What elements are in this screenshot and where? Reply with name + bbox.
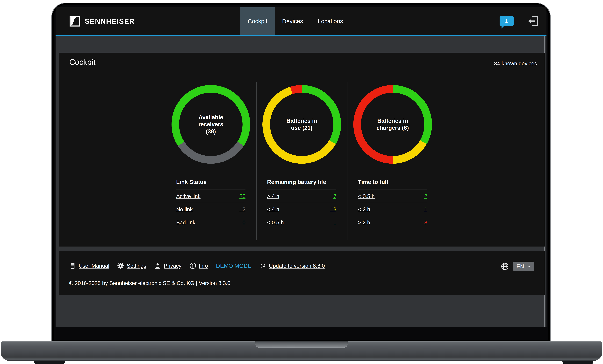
- link-status-table: Link Status Active link 26 No link 12 Ba…: [165, 179, 256, 229]
- stat-label[interactable]: < 0.5 h: [267, 220, 284, 226]
- person-icon: [154, 262, 161, 269]
- time-to-full-table: Time to full < 0.5 h 2 < 2 h 1 > 2 h: [347, 179, 438, 229]
- update-link[interactable]: Update to version 8.3.0: [260, 262, 325, 269]
- cockpit-panel: Cockpit 34 known devices Availablereceiv…: [59, 53, 545, 247]
- gear-icon: [117, 262, 124, 269]
- battery-life-table: Remaining battery life > 4 h 7 < 4 h 13 …: [256, 179, 347, 229]
- table-header: Remaining battery life: [267, 179, 336, 185]
- donut-center-label: Batteries inchargers (6): [353, 85, 432, 164]
- stat-label[interactable]: < 0.5 h: [358, 193, 375, 199]
- user-manual-label: User Manual: [79, 263, 109, 269]
- stat-value[interactable]: 13: [330, 206, 336, 212]
- stat-value[interactable]: 1: [334, 220, 336, 226]
- tab-cockpit[interactable]: Cockpit: [240, 7, 275, 35]
- table-row: < 0.5 h 2: [358, 189, 427, 203]
- donut-batteries-in-use: Batteries inuse (21): [262, 85, 341, 164]
- refresh-icon: [260, 262, 266, 269]
- stat-label[interactable]: > 4 h: [267, 193, 279, 199]
- table-row: > 4 h 7: [267, 189, 336, 203]
- page-body: Cockpit 34 known devices Availablereceiv…: [56, 36, 546, 327]
- logout-icon[interactable]: [527, 15, 539, 27]
- stat-value[interactable]: 12: [239, 206, 245, 212]
- stat-label[interactable]: > 2 h: [358, 220, 370, 226]
- globe-icon: [501, 263, 509, 270]
- stat-label[interactable]: < 4 h: [267, 206, 279, 212]
- sennheiser-logo-icon: [69, 15, 81, 27]
- stat-value[interactable]: 0: [243, 220, 245, 226]
- laptop-hinge-notch: [255, 341, 348, 348]
- table-row: Active link 26: [176, 189, 245, 203]
- table-row: < 4 h 13: [267, 203, 336, 216]
- stat-label[interactable]: Bad link: [176, 220, 196, 226]
- language-selector: EN: [501, 262, 534, 271]
- table-header: Link Status: [176, 179, 245, 185]
- language-code: EN: [517, 263, 524, 270]
- update-label: Update to version 8.3.0: [269, 263, 325, 269]
- demo-mode-label: DEMO MODE: [216, 262, 252, 269]
- stat-value[interactable]: 26: [239, 193, 245, 199]
- stat-value[interactable]: 1: [424, 206, 427, 212]
- laptop-mockup: SENNHEISER Cockpit Devices Locations 1: [0, 0, 603, 364]
- stat-value[interactable]: 3: [424, 220, 427, 226]
- donut-available-receivers: Availablereceivers(38): [172, 85, 250, 164]
- document-icon: [69, 262, 76, 269]
- info-label: Info: [199, 263, 208, 269]
- footer-panel: User Manual: [59, 251, 545, 295]
- donut-batteries-in-chargers: Batteries inchargers (6): [353, 85, 432, 164]
- donut-center-label: Availablereceivers(38): [172, 85, 250, 164]
- copyright-text: © 2016-2025 by Sennheiser electronic SE …: [69, 280, 230, 286]
- stat-label[interactable]: < 2 h: [358, 206, 370, 212]
- privacy-label: Privacy: [164, 263, 181, 269]
- chart-column-batteries-in-use: Batteries inuse (21) Remaining battery l…: [256, 82, 347, 240]
- privacy-link[interactable]: Privacy: [154, 262, 181, 269]
- page-title: Cockpit: [69, 58, 95, 67]
- user-manual-link[interactable]: User Manual: [69, 262, 109, 269]
- notification-count: 1: [505, 18, 508, 24]
- stat-value[interactable]: 2: [424, 193, 427, 199]
- table-row: Bad link 0: [176, 216, 245, 229]
- footer-links: User Manual: [69, 262, 333, 270]
- notification-badge[interactable]: 1: [499, 16, 514, 25]
- nav-tabs: Cockpit Devices Locations: [240, 7, 350, 35]
- stat-label[interactable]: No link: [176, 206, 193, 212]
- charts-row: Availablereceivers(38) Link Status Activ…: [165, 82, 438, 240]
- app-screen: SENNHEISER Cockpit Devices Locations 1: [56, 7, 546, 327]
- navbar: SENNHEISER Cockpit Devices Locations 1: [56, 7, 546, 35]
- language-dropdown[interactable]: EN: [513, 262, 534, 271]
- table-row: < 0.5 h 1: [267, 216, 336, 229]
- settings-link[interactable]: Settings: [117, 262, 146, 269]
- chevron-down-icon: [527, 264, 531, 269]
- table-header: Time to full: [358, 179, 427, 185]
- chart-column-batteries-in-chargers: Batteries inchargers (6) Time to full < …: [347, 82, 438, 240]
- tab-locations[interactable]: Locations: [311, 7, 350, 35]
- settings-label: Settings: [127, 263, 146, 269]
- stat-label[interactable]: Active link: [176, 193, 200, 199]
- table-row: No link 12: [176, 203, 245, 216]
- known-devices-link[interactable]: 34 known devices: [494, 60, 537, 67]
- table-row: < 2 h 1: [358, 203, 427, 216]
- table-row: > 2 h 3: [358, 216, 427, 229]
- tab-devices[interactable]: Devices: [275, 7, 311, 35]
- nav-accent-line: [56, 35, 546, 36]
- info-icon: [190, 262, 196, 269]
- chart-column-receivers: Availablereceivers(38) Link Status Activ…: [165, 82, 256, 240]
- stat-value[interactable]: 7: [334, 193, 336, 199]
- brand-logo: SENNHEISER: [69, 7, 135, 35]
- donut-center-label: Batteries inuse (21): [262, 85, 341, 164]
- brand-logo-text: SENNHEISER: [85, 17, 135, 25]
- info-link[interactable]: Info: [190, 262, 208, 269]
